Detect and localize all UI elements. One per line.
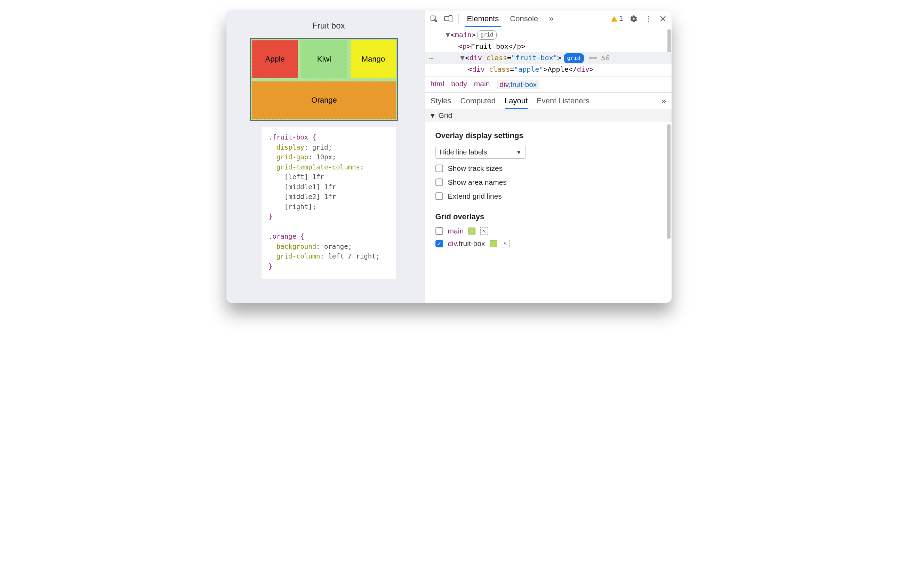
grid-section-header[interactable]: ▼ Grid <box>425 109 672 122</box>
dom-tree[interactable]: ▼<main>grid <p>Fruit box</p> ⋯ ▼<div cla… <box>425 27 672 77</box>
tab-console[interactable]: Console <box>505 11 543 27</box>
css-selector: .orange { <box>269 232 304 240</box>
css-val: [right]; <box>269 203 316 211</box>
css-val: [middle1] 1fr <box>269 183 336 191</box>
css-val: [middle2] 1fr <box>269 193 336 200</box>
subtabs-overflow-icon[interactable]: » <box>661 96 666 106</box>
overlay-row-fruit-box[interactable]: ✓ div.fruit-box ↖ <box>435 239 661 248</box>
overlay-label: main <box>448 227 464 235</box>
css-selector: .fruit-box { <box>269 133 316 141</box>
dom-node-p[interactable]: <p>Fruit box</p> <box>425 41 672 52</box>
selected-node-hint: == $0 <box>584 54 609 62</box>
subtab-event-listeners[interactable]: Event Listeners <box>537 92 589 109</box>
overlay-class: .fruit-box <box>457 239 485 247</box>
node-text: Fruit box <box>471 42 509 51</box>
overlay-row-main[interactable]: main ↖ <box>435 227 661 235</box>
devtools-panel: Elements Console » 1 ⋮ ▼<main>grid <p>Fr… <box>424 11 672 303</box>
option-show-track-sizes[interactable]: Show track sizes <box>435 164 661 172</box>
highlight-element-icon[interactable]: ↖ <box>502 240 509 247</box>
css-brace: } <box>269 212 272 220</box>
option-extend-grid-lines[interactable]: Extend grid lines <box>435 192 661 200</box>
tag-name: p <box>517 42 521 51</box>
css-code-block: .fruit-box { display: grid; grid-gap: 10… <box>261 127 396 279</box>
crumb-main[interactable]: main <box>474 80 490 89</box>
option-show-area-names[interactable]: Show area names <box>435 178 661 186</box>
option-label: Show area names <box>448 178 507 186</box>
css-brace: } <box>269 262 272 270</box>
layout-panel: Overlay display settings Hide line label… <box>425 122 672 303</box>
section-title: Grid <box>438 111 452 120</box>
css-val: [left] 1fr <box>269 173 324 180</box>
css-val: : orange; <box>316 243 352 250</box>
sidebar-subtabs: Styles Computed Layout Event Listeners » <box>425 92 672 109</box>
crumb-html[interactable]: html <box>431 80 444 89</box>
grid-overlays-heading: Grid overlays <box>435 212 661 221</box>
attr-value: "apple" <box>514 65 543 74</box>
css-prop: background <box>269 243 316 250</box>
devtools-window: Fruit box Apple Kiwi Mango Orange .fruit… <box>226 11 672 303</box>
fruit-orange[interactable]: Orange <box>252 82 396 119</box>
chevron-down-icon: ▼ <box>517 149 521 155</box>
highlight-element-icon[interactable]: ↖ <box>480 227 488 235</box>
warning-icon <box>611 16 617 22</box>
checkbox-checked[interactable]: ✓ <box>435 240 443 247</box>
css-val: : <box>360 163 364 171</box>
subtab-computed[interactable]: Computed <box>460 92 496 109</box>
css-val: : left / right; <box>320 252 380 260</box>
tag-name: div <box>469 54 482 62</box>
disclosure-triangle-icon[interactable]: ▼ <box>429 111 437 120</box>
grid-badge[interactable]: grid <box>477 30 497 40</box>
checkbox[interactable] <box>435 192 443 200</box>
checkbox[interactable] <box>435 165 443 172</box>
checkbox[interactable] <box>435 227 443 235</box>
fruit-kiwi[interactable]: Kiwi <box>301 40 347 78</box>
scrollbar[interactable] <box>667 124 670 301</box>
devtools-toolbar: Elements Console » 1 ⋮ <box>425 11 672 27</box>
dom-breadcrumbs: html body main div.fruit-box <box>425 77 672 92</box>
subtab-layout[interactable]: Layout <box>504 92 527 109</box>
fruit-apple[interactable]: Apple <box>252 40 298 78</box>
overlay-label: div.fruit-box <box>448 239 485 248</box>
tab-elements[interactable]: Elements <box>462 11 504 27</box>
close-devtools-icon[interactable] <box>656 12 669 25</box>
option-label: Show track sizes <box>448 164 503 172</box>
css-val: : 10px; <box>308 153 336 161</box>
disclosure-triangle-icon[interactable]: ▼ <box>446 29 451 40</box>
warning-count[interactable]: 1 <box>611 15 623 23</box>
color-swatch[interactable] <box>469 228 475 234</box>
subtab-styles[interactable]: Styles <box>431 92 451 109</box>
dom-node-fruit-box[interactable]: ⋯ ▼<div class="fruit-box">grid == $0 <box>425 52 672 64</box>
fruit-mango[interactable]: Mango <box>351 40 396 78</box>
dom-node-main[interactable]: ▼<main>grid <box>425 29 672 41</box>
fruit-box-grid[interactable]: Apple Kiwi Mango Orange <box>252 40 396 119</box>
settings-gear-icon[interactable] <box>627 12 640 25</box>
dom-node-apple[interactable]: <div class="apple">Apple</div> <box>425 64 672 75</box>
crumb-tag: div <box>500 80 508 88</box>
tag-name: div <box>577 65 589 74</box>
line-labels-select[interactable]: Hide line labels ▼ <box>435 146 526 159</box>
crumb-fruit-box[interactable]: div.fruit-box <box>497 80 540 89</box>
grid-overlay-frame: Apple Kiwi Mango Orange <box>250 38 398 121</box>
color-swatch[interactable] <box>490 240 497 247</box>
page-title: Fruit box <box>250 21 407 31</box>
ellipsis-icon[interactable]: ⋯ <box>429 52 434 65</box>
inspect-element-icon[interactable] <box>427 12 440 25</box>
tabs-overflow-icon[interactable]: » <box>544 11 558 27</box>
tag-name: main <box>455 31 472 39</box>
crumb-body[interactable]: body <box>451 80 467 89</box>
node-text: Apple <box>547 65 568 74</box>
grid-badge-active[interactable]: grid <box>564 53 584 63</box>
overlay-settings-heading: Overlay display settings <box>435 131 661 140</box>
svg-rect-2 <box>449 15 452 22</box>
tag-name: p <box>463 42 467 51</box>
attr-name: class <box>489 65 510 74</box>
kebab-menu-icon[interactable]: ⋮ <box>642 12 655 25</box>
checkbox[interactable] <box>435 179 443 186</box>
attr-value: "fruit-box" <box>511 54 557 62</box>
disclosure-triangle-icon[interactable]: ▼ <box>460 52 465 63</box>
device-toolbar-icon[interactable] <box>442 12 455 25</box>
select-value: Hide line labels <box>440 148 487 156</box>
css-prop: grid-gap <box>269 153 308 161</box>
tag-name: div <box>472 65 485 74</box>
option-label: Extend grid lines <box>448 192 502 200</box>
